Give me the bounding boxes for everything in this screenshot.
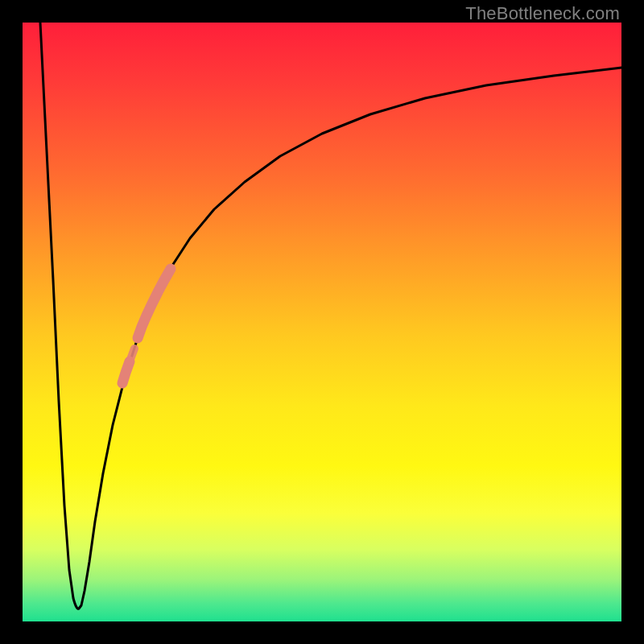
main-curve bbox=[40, 23, 621, 609]
chart-svg bbox=[23, 23, 621, 621]
attribution-text: TheBottleneck.com bbox=[465, 3, 620, 24]
highlight-lower-2 bbox=[130, 349, 134, 361]
outer-frame: TheBottleneck.com bbox=[0, 0, 644, 644]
highlight-upper bbox=[138, 269, 171, 338]
plot-area bbox=[23, 23, 621, 621]
